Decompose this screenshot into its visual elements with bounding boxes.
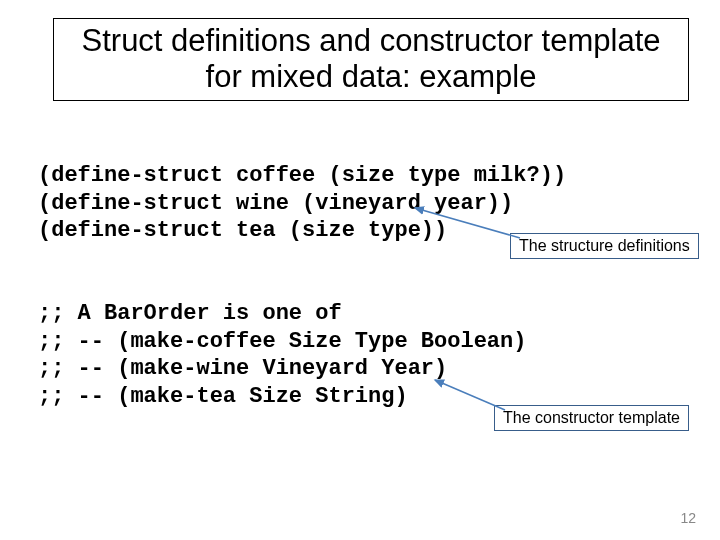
callout-structure-definitions: The structure definitions	[510, 233, 699, 259]
slide-title: Struct definitions and constructor templ…	[53, 18, 689, 101]
title-text: Struct definitions and constructor templ…	[82, 23, 661, 94]
code-constructor-template: ;; A BarOrder is one of ;; -- (make-coff…	[38, 300, 526, 410]
code-struct-definitions: (define-struct coffee (size type milk?))…	[38, 162, 566, 245]
page-number: 12	[680, 510, 696, 526]
callout-text: The constructor template	[503, 409, 680, 426]
callout-constructor-template: The constructor template	[494, 405, 689, 431]
callout-text: The structure definitions	[519, 237, 690, 254]
